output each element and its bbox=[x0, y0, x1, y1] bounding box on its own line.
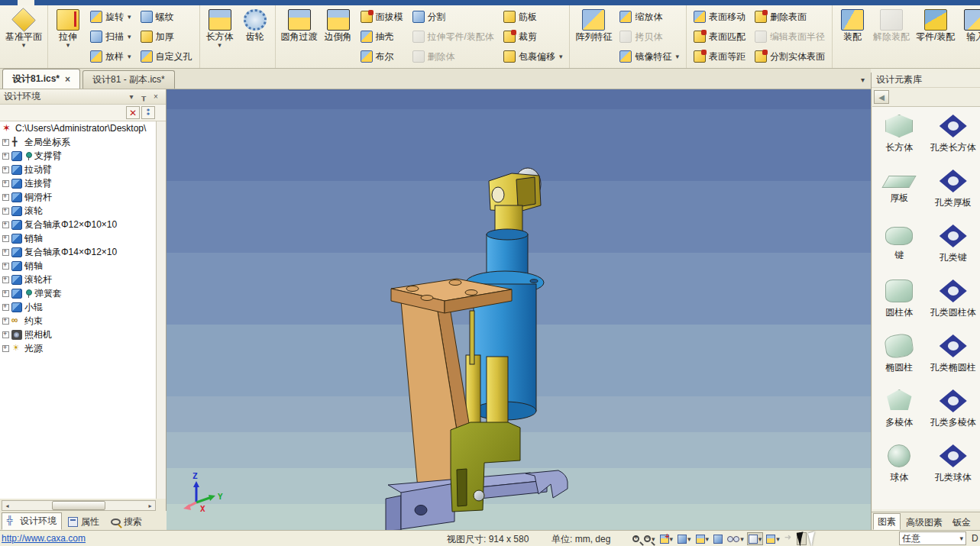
doc-tab-design81[interactable]: 设计81.ics* × bbox=[2, 69, 80, 89]
tree-item[interactable]: 铜滑杆 bbox=[0, 190, 156, 204]
library-item[interactable]: 圆柱体 bbox=[872, 279, 927, 328]
tree-item[interactable]: 弹簧套 bbox=[0, 286, 156, 300]
part-assembly-button[interactable]: 零件/装配 bbox=[913, 7, 958, 44]
tree-sort-button[interactable]: ⁑ bbox=[141, 106, 155, 119]
library-item[interactable]: 椭圆柱 bbox=[872, 334, 927, 383]
select-cursor-button[interactable] bbox=[797, 532, 807, 545]
library-item[interactable]: 多棱体 bbox=[872, 389, 927, 438]
face-match-button[interactable]: 表面匹配 bbox=[689, 27, 750, 47]
chamfer-button[interactable]: 边倒角 bbox=[321, 7, 356, 44]
trim-button[interactable]: 裁剪 bbox=[499, 27, 568, 47]
stretch-part-button[interactable]: 拉伸零件/装配体 bbox=[408, 27, 499, 47]
shell-button[interactable]: 抽壳 bbox=[356, 27, 408, 47]
extrude-button[interactable]: 拉伸 ▾ bbox=[50, 7, 86, 50]
split-button[interactable]: 分割 bbox=[408, 7, 499, 27]
active-ribbon-tab-sliver[interactable] bbox=[18, 0, 34, 5]
left-panel-tab[interactable]: 属性 bbox=[63, 514, 105, 530]
view-plane-button[interactable] bbox=[712, 532, 724, 545]
tree-expander-icon[interactable] bbox=[2, 318, 9, 325]
input-button[interactable]: 输入 bbox=[958, 7, 980, 44]
tree-item[interactable]: 约束 bbox=[0, 314, 156, 328]
tree-item[interactable]: 光源 bbox=[0, 341, 156, 355]
part-display-button[interactable]: ▾ bbox=[765, 532, 781, 545]
gear-button[interactable]: 齿轮 bbox=[238, 7, 273, 44]
tree-item[interactable]: 复合轴承Φ14×Φ12×10 bbox=[0, 245, 156, 259]
tree-expander-icon[interactable] bbox=[2, 345, 9, 352]
delete-filter-button[interactable]: ✕ bbox=[126, 106, 140, 119]
tree-expander-icon[interactable] bbox=[2, 194, 9, 201]
tree-item[interactable]: 滚轮杆 bbox=[0, 273, 156, 286]
mirror-feature-button[interactable]: 镜像特征▾ bbox=[615, 47, 684, 66]
wrap-offset-button[interactable]: 包裹偏移▾ bbox=[499, 47, 568, 66]
thread-button[interactable]: 螺纹 bbox=[136, 7, 197, 27]
zoom-out-button[interactable]: ▾ bbox=[642, 532, 657, 545]
library-item[interactable]: 厚板 bbox=[872, 170, 927, 218]
tree-item[interactable]: 拉动臂 bbox=[0, 163, 156, 176]
revolve-button[interactable]: 旋转▾ bbox=[86, 7, 136, 27]
close-icon[interactable]: × bbox=[65, 76, 70, 83]
library-tab[interactable]: 高级图素 bbox=[901, 515, 947, 530]
pick-cursor-button[interactable] bbox=[808, 532, 818, 545]
tree-item[interactable]: 全局坐标系 bbox=[0, 135, 156, 149]
tree-item[interactable]: 销轴 bbox=[0, 259, 156, 273]
face-equidistant-button[interactable]: 表面等距 bbox=[689, 47, 750, 66]
tree-root-row[interactable]: C:\Users\Administrator\Desktop\ bbox=[0, 121, 156, 135]
tree-item[interactable]: 滚轮 bbox=[0, 204, 156, 218]
rib-button[interactable]: 筋板 bbox=[499, 7, 568, 27]
datum-plane-button[interactable]: 基准平面 ▾ bbox=[2, 7, 45, 50]
pattern-feature-button[interactable]: 阵列特征 bbox=[572, 7, 615, 44]
panel-close-icon[interactable]: × bbox=[150, 92, 162, 102]
library-item[interactable]: 孔类椭圆柱 bbox=[927, 334, 980, 383]
tree-expander-icon[interactable] bbox=[2, 276, 9, 283]
scale-body-button[interactable]: 缩放体 bbox=[615, 7, 684, 27]
tree-item[interactable]: 销轴 bbox=[0, 231, 156, 245]
tree-expander-icon[interactable] bbox=[2, 221, 9, 228]
library-item[interactable]: 键 bbox=[872, 225, 927, 273]
pan-view-button[interactable]: ▾ bbox=[694, 532, 711, 545]
tree-expander-icon[interactable] bbox=[2, 235, 9, 242]
loft-button[interactable]: 放样▾ bbox=[86, 47, 136, 66]
scrollbar-track[interactable] bbox=[12, 501, 145, 510]
library-item[interactable]: 球体 bbox=[872, 444, 927, 493]
scroll-right-icon[interactable]: ▸ bbox=[145, 501, 155, 510]
tree-expander-icon[interactable] bbox=[2, 153, 9, 160]
fillet-button[interactable]: 圆角过渡 bbox=[278, 7, 321, 44]
tree-expander-icon[interactable] bbox=[2, 139, 9, 146]
tree-expander-icon[interactable] bbox=[2, 166, 9, 173]
selection-filter-combo[interactable]: 任意 ▾ bbox=[899, 531, 966, 545]
unassemble-button[interactable]: 解除装配 bbox=[870, 7, 913, 44]
rotate-view-button[interactable]: ▾ bbox=[658, 532, 675, 545]
delete-face-button[interactable]: 删除表面 bbox=[750, 7, 830, 27]
library-item[interactable]: 长方体 bbox=[872, 115, 927, 163]
assemble-button[interactable]: 装配 bbox=[835, 7, 870, 44]
scrollbar-thumb[interactable] bbox=[52, 501, 105, 510]
library-item[interactable]: 孔类球体 bbox=[927, 444, 980, 493]
left-panel-tab[interactable]: 搜索 bbox=[105, 514, 147, 530]
3d-viewport[interactable]: Z Y X bbox=[167, 89, 871, 530]
view-orientation-button[interactable]: ▾ bbox=[676, 532, 693, 545]
tree-expander-icon[interactable] bbox=[2, 331, 9, 338]
custom-hole-button[interactable]: 自定义孔 bbox=[136, 47, 197, 66]
tree-horizontal-scrollbar[interactable]: ◂ ▸ bbox=[2, 500, 156, 511]
tree-item[interactable]: 连接臂 bbox=[0, 176, 156, 190]
tree-expander-icon[interactable] bbox=[2, 249, 9, 256]
panel-menu-icon[interactable]: ▾ bbox=[125, 92, 137, 102]
display-style-button[interactable]: ▾ bbox=[747, 532, 764, 545]
library-item[interactable]: 孔类多棱体 bbox=[927, 389, 980, 438]
edit-face-radius-button[interactable]: 编辑表面半径 bbox=[750, 27, 830, 47]
boolean-button[interactable]: 布尔 bbox=[356, 47, 408, 66]
tree-expander-icon[interactable] bbox=[2, 290, 9, 297]
copy-body-button[interactable]: 拷贝体 bbox=[615, 27, 684, 47]
zoom-in-button[interactable] bbox=[631, 532, 641, 545]
left-panel-tab[interactable]: 设计环境 bbox=[2, 512, 62, 530]
delete-body-button[interactable]: 删除体 bbox=[408, 47, 499, 66]
tree-item[interactable]: 照相机 bbox=[0, 328, 156, 341]
library-back-button[interactable]: ◀ bbox=[874, 90, 889, 104]
sweep-button[interactable]: 扫描▾ bbox=[86, 27, 136, 47]
library-tab[interactable]: 图素 bbox=[873, 513, 901, 530]
doc-tab-design81-copy[interactable]: 设计81 - 副本.ics* bbox=[82, 70, 175, 89]
panel-pin-icon[interactable]: ┰ bbox=[137, 92, 150, 102]
scroll-left-icon[interactable]: ◂ bbox=[2, 501, 12, 510]
library-item[interactable]: 孔类键 bbox=[927, 225, 980, 273]
redo-view-button[interactable] bbox=[783, 532, 795, 545]
